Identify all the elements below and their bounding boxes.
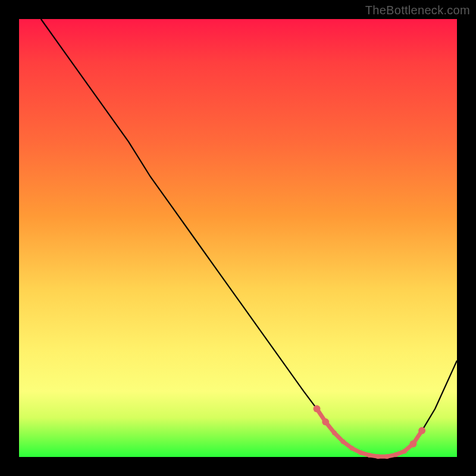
optimal-point — [367, 453, 372, 458]
bottleneck-curve — [41, 19, 457, 456]
optimal-point — [358, 450, 363, 455]
optimal-point — [349, 446, 354, 450]
optimal-point — [402, 449, 407, 453]
optimal-point — [341, 439, 346, 444]
chart-frame: TheBottleneck.com — [0, 0, 476, 476]
optimal-point — [409, 440, 416, 447]
optimal-point — [384, 454, 389, 459]
watermark-text: TheBottleneck.com — [365, 4, 470, 17]
optimal-point — [313, 405, 320, 412]
curve-layer — [19, 19, 457, 457]
optimal-point — [376, 454, 381, 459]
optimal-point — [418, 427, 425, 434]
optimal-band — [313, 405, 425, 459]
optimal-point — [393, 452, 398, 457]
optimal-point — [332, 431, 337, 436]
plot-area — [19, 19, 457, 457]
optimal-point — [322, 418, 329, 425]
